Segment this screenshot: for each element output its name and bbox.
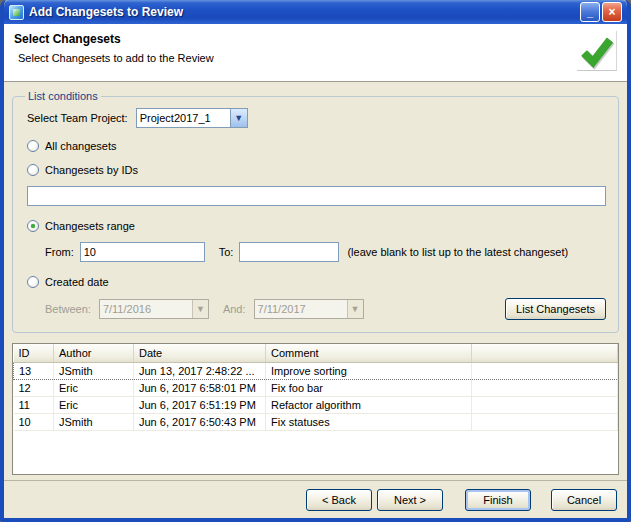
- radio-icon: [27, 140, 39, 152]
- cell-author: Eric: [54, 396, 134, 413]
- radio-range-label: Changesets range: [45, 220, 135, 232]
- table-row[interactable]: 13 JSmith Jun 13, 2017 2:48:22 ... Impro…: [14, 362, 618, 379]
- table-header-row: ID Author Date Comment: [14, 344, 618, 362]
- range-input-row: From: To: (leave blank to list up to the…: [45, 242, 606, 262]
- cell-author: JSmith: [54, 362, 134, 379]
- radio-selected-icon: [27, 220, 39, 232]
- radio-changesets-range[interactable]: Changesets range: [27, 218, 606, 234]
- from-input[interactable]: [80, 242, 205, 262]
- column-header-comment[interactable]: Comment: [266, 344, 472, 362]
- titlebar-buttons: _ ×: [580, 2, 622, 22]
- cancel-button[interactable]: Cancel: [551, 489, 617, 511]
- back-button[interactable]: < Back: [306, 489, 372, 511]
- cell-comment: Refactor algorithm: [266, 396, 472, 413]
- next-button[interactable]: Next >: [377, 489, 443, 511]
- team-project-row: Select Team Project: Project2017_1 ▼: [27, 108, 606, 128]
- chevron-down-icon: ▼: [192, 300, 208, 318]
- cell-comment: Fix foo bar: [266, 379, 472, 396]
- page-title: Select Changesets: [14, 32, 617, 46]
- cell-comment: Improve sorting: [266, 362, 472, 379]
- cell-date: Jun 13, 2017 2:48:22 ...: [134, 362, 266, 379]
- titlebar[interactable]: Add Changesets to Review _ ×: [4, 0, 627, 24]
- ids-input-row: [27, 186, 606, 206]
- column-header-empty[interactable]: [472, 344, 618, 362]
- cell-author: Eric: [54, 379, 134, 396]
- and-label: And:: [223, 303, 246, 315]
- team-project-combobox[interactable]: Project2017_1 ▼: [136, 108, 248, 128]
- table-row[interactable]: 11 Eric Jun 6, 2017 6:51:19 PM Refactor …: [14, 396, 618, 413]
- and-date-value: 7/11/2017: [255, 300, 347, 318]
- cell-id: 10: [14, 413, 54, 430]
- radio-changesets-by-ids[interactable]: Changesets by IDs: [27, 162, 606, 178]
- green-checkmark-icon: [577, 31, 617, 71]
- cell-comment: Fix statuses: [266, 413, 472, 430]
- button-bar: < Back Next > Finish Cancel: [4, 480, 627, 518]
- wizard-header: Select Changesets Select Changesets to a…: [4, 24, 627, 82]
- radio-ids-label: Changesets by IDs: [45, 164, 138, 176]
- between-label: Between:: [45, 303, 91, 315]
- changesets-table: ID Author Date Comment 13 JSmith Jun 13,…: [12, 343, 619, 475]
- dialog-body: List conditions Select Team Project: Pro…: [4, 82, 627, 480]
- radio-all-changesets[interactable]: All changesets: [27, 138, 606, 154]
- from-label: From:: [45, 246, 74, 258]
- column-header-author[interactable]: Author: [54, 344, 134, 362]
- cell-empty: [472, 396, 618, 413]
- cell-id: 12: [14, 379, 54, 396]
- cell-author: JSmith: [54, 413, 134, 430]
- list-changesets-button[interactable]: List Changesets: [505, 298, 606, 320]
- cell-date: Jun 6, 2017 6:50:43 PM: [134, 413, 266, 430]
- cell-id: 13: [14, 362, 54, 379]
- window-icon: [9, 5, 24, 20]
- minimize-button[interactable]: _: [580, 2, 600, 22]
- ids-input[interactable]: [27, 186, 606, 206]
- chevron-down-icon[interactable]: ▼: [230, 109, 247, 127]
- between-date-picker: 7/11/2016 ▼: [99, 299, 209, 319]
- page-subtitle: Select Changesets to add to the Review: [18, 52, 617, 64]
- cell-date: Jun 6, 2017 6:51:19 PM: [134, 396, 266, 413]
- between-date-value: 7/11/2016: [100, 300, 192, 318]
- finish-button[interactable]: Finish: [465, 489, 531, 511]
- cell-empty: [472, 413, 618, 430]
- list-button-wrap: List Changesets: [505, 298, 606, 320]
- table-row[interactable]: 12 Eric Jun 6, 2017 6:58:01 PM Fix foo b…: [14, 379, 618, 396]
- close-button[interactable]: ×: [602, 2, 622, 22]
- cell-date: Jun 6, 2017 6:58:01 PM: [134, 379, 266, 396]
- cell-empty: [472, 379, 618, 396]
- column-header-id[interactable]: ID: [14, 344, 54, 362]
- radio-icon: [27, 276, 39, 288]
- team-project-label: Select Team Project:: [27, 112, 128, 124]
- date-range-row: Between: 7/11/2016 ▼ And: 7/11/2017 ▼ Li…: [45, 298, 606, 320]
- radio-icon: [27, 164, 39, 176]
- column-header-date[interactable]: Date: [134, 344, 266, 362]
- group-label: List conditions: [25, 90, 101, 102]
- team-project-value: Project2017_1: [137, 109, 230, 127]
- to-input[interactable]: [239, 242, 339, 262]
- window-title: Add Changesets to Review: [29, 5, 580, 19]
- and-date-picker: 7/11/2017 ▼: [254, 299, 364, 319]
- cell-empty: [472, 362, 618, 379]
- list-conditions-group: List conditions Select Team Project: Pro…: [12, 90, 619, 333]
- radio-created-label: Created date: [45, 276, 109, 288]
- cell-id: 11: [14, 396, 54, 413]
- table-row[interactable]: 10 JSmith Jun 6, 2017 6:50:43 PM Fix sta…: [14, 413, 618, 430]
- radio-all-label: All changesets: [45, 140, 117, 152]
- radio-created-date[interactable]: Created date: [27, 274, 606, 290]
- to-label: To:: [219, 246, 234, 258]
- dialog-window: Add Changesets to Review _ × Select Chan…: [0, 0, 631, 522]
- range-hint: (leave blank to list up to the latest ch…: [347, 246, 568, 258]
- chevron-down-icon: ▼: [347, 300, 363, 318]
